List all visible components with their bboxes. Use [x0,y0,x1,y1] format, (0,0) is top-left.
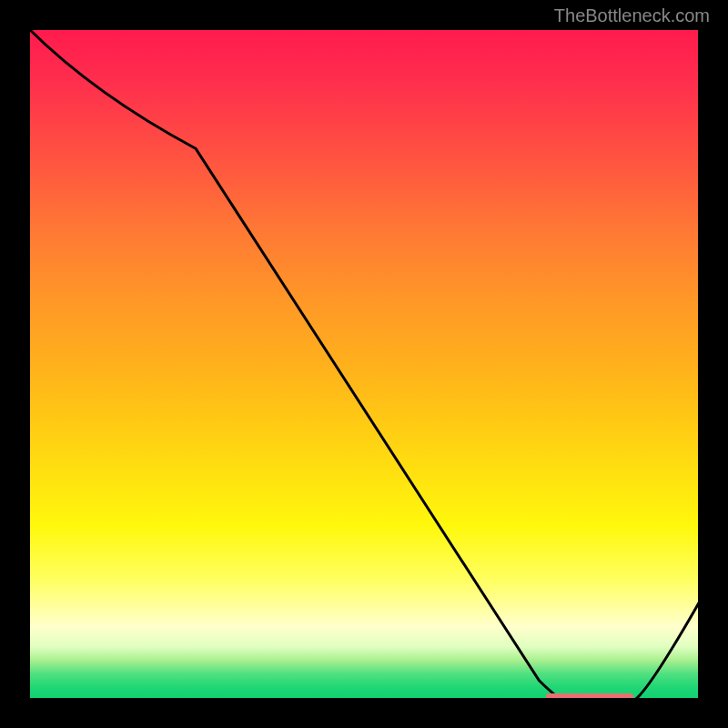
line-chart-svg [27,27,701,701]
bottleneck-curve [27,27,701,701]
chart-area [27,27,701,701]
watermark-text: TheBottleneck.com [554,5,710,26]
optimum-range-bar [546,693,633,700]
